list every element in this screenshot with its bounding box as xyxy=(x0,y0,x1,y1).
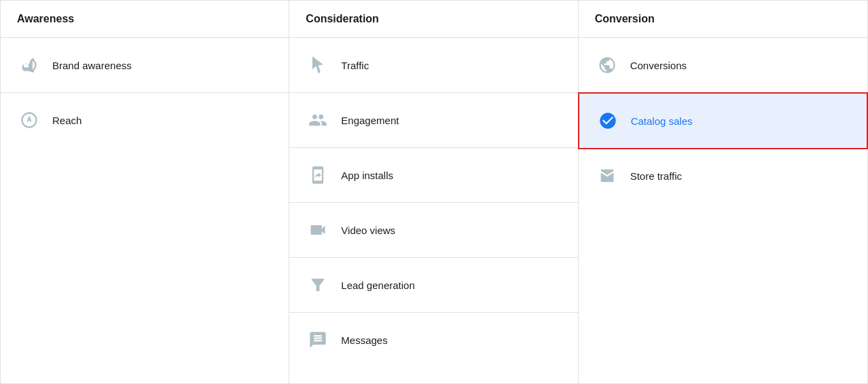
consideration-column: Consideration Traffic Engagement xyxy=(289,1,578,383)
consideration-header: Consideration xyxy=(289,1,577,38)
conversion-header: Conversion xyxy=(579,1,867,38)
conversions-label: Conversions xyxy=(630,60,687,71)
app-installs-cell[interactable]: App installs xyxy=(289,148,577,203)
video-icon xyxy=(306,218,330,242)
awareness-column: Awareness Brand awareness Reach xyxy=(1,1,289,383)
conversions-cell[interactable]: Conversions xyxy=(579,38,867,93)
messages-icon xyxy=(306,328,330,352)
app-installs-icon xyxy=(306,163,330,187)
app-installs-label: App installs xyxy=(341,170,393,181)
awareness-header: Awareness xyxy=(1,1,289,38)
catalog-sales-cell[interactable]: Catalog sales xyxy=(578,92,868,149)
store-traffic-label: Store traffic xyxy=(630,170,682,182)
video-views-label: Video views xyxy=(341,225,395,236)
lead-icon xyxy=(306,273,330,297)
lead-generation-label: Lead generation xyxy=(341,280,414,291)
campaign-objective-grid: Awareness Brand awareness Reach Consider… xyxy=(0,0,868,384)
reach-icon xyxy=(17,108,41,132)
video-views-cell[interactable]: Video views xyxy=(289,203,577,258)
traffic-cell[interactable]: Traffic xyxy=(289,38,577,93)
megaphone-icon xyxy=(17,53,41,77)
brand-awareness-cell[interactable]: Brand awareness xyxy=(1,38,289,93)
conversion-column: Conversion Conversions Catalog sales xyxy=(579,1,867,383)
reach-label: Reach xyxy=(52,115,82,126)
engagement-label: Engagement xyxy=(341,115,399,126)
catalog-sales-label: Catalog sales xyxy=(631,115,693,127)
traffic-label: Traffic xyxy=(341,60,369,71)
store-traffic-cell[interactable]: Store traffic xyxy=(579,149,867,203)
engagement-icon xyxy=(306,108,330,132)
lead-generation-cell[interactable]: Lead generation xyxy=(289,258,577,313)
reach-cell[interactable]: Reach xyxy=(1,93,289,147)
engagement-cell[interactable]: Engagement xyxy=(289,93,577,148)
brand-awareness-label: Brand awareness xyxy=(52,60,132,71)
check-circle-icon xyxy=(596,109,620,133)
messages-label: Messages xyxy=(341,334,387,346)
messages-cell[interactable]: Messages xyxy=(289,313,577,367)
globe-icon xyxy=(595,53,619,77)
store-icon xyxy=(595,164,619,188)
cursor-icon xyxy=(306,53,330,77)
